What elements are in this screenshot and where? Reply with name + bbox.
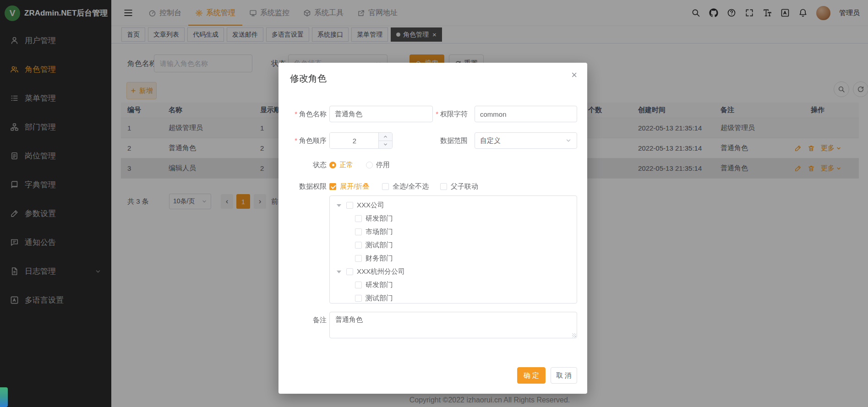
stepper-down-button[interactable] [379, 141, 392, 149]
permission-tree: XXX公司 研发部门 市场部门 测试部门 财务部门 XXX杭州分公司 研发部门 [329, 195, 577, 304]
chevron-down-icon [565, 137, 572, 144]
required-asterisk: * [295, 110, 297, 118]
checkbox-unchecked-icon[interactable] [355, 228, 362, 235]
role-sort-stepper [329, 132, 393, 149]
radio-unchecked-icon [366, 162, 373, 168]
radio-status-normal[interactable]: 正常 [329, 161, 353, 169]
checkbox-unchecked-icon[interactable] [355, 242, 362, 249]
stepper-up-button[interactable] [379, 133, 392, 141]
caret-down-icon[interactable] [337, 204, 341, 207]
role-key-field-label: *权限字符 [416, 106, 468, 122]
role-sort-input[interactable] [330, 133, 379, 148]
checkbox-select-all[interactable]: 全选/全不选 [382, 178, 429, 195]
role-name-field-label: *角色名称 [278, 106, 327, 122]
required-asterisk: * [295, 136, 297, 144]
checkbox-unchecked-icon [440, 183, 447, 190]
data-scope-field-label: 数据范围 [416, 132, 468, 149]
edit-role-dialog: 修改角色 × *角色名称 *权限字符 *角色顺序 数据范围 自定义 状态 正常 … [278, 63, 587, 394]
dev-tools-badge [0, 387, 8, 407]
checkbox-checked-icon [329, 183, 336, 190]
remark-field-label: 备注 [278, 312, 327, 328]
confirm-button[interactable]: 确 定 [517, 367, 546, 384]
tree-node-branch-company[interactable]: XXX杭州分公司 [330, 265, 577, 278]
role-sort-field-label: *角色顺序 [278, 132, 327, 149]
data-scope-select[interactable]: 自定义 [475, 132, 577, 149]
checkbox-unchecked-icon[interactable] [355, 282, 362, 288]
data-perm-field-label: 数据权限 [278, 178, 327, 195]
checkbox-unchecked-icon[interactable] [355, 255, 362, 262]
resize-handle[interactable] [572, 333, 576, 337]
tree-node-dept[interactable]: 市场部门 [330, 225, 577, 239]
role-key-field[interactable] [475, 106, 577, 122]
caret-down-icon[interactable] [337, 271, 341, 273]
radio-checked-icon [329, 162, 336, 168]
status-field-label: 状态 [278, 157, 327, 173]
radio-status-disabled[interactable]: 停用 [366, 161, 390, 169]
tree-node-dept[interactable]: 财务部门 [330, 252, 577, 265]
tree-node-dept[interactable]: 测试部门 [330, 239, 577, 252]
remark-textarea[interactable]: 普通角色 [329, 312, 577, 338]
checkbox-unchecked-icon[interactable] [355, 215, 362, 222]
checkbox-unchecked-icon[interactable] [355, 295, 362, 302]
checkbox-unchecked-icon[interactable] [346, 268, 353, 275]
tree-node-company[interactable]: XXX公司 [330, 199, 577, 212]
cancel-button[interactable]: 取 消 [551, 367, 577, 384]
tree-node-dept[interactable]: 测试部门 [330, 292, 577, 304]
required-asterisk: * [436, 110, 438, 118]
checkbox-parent-child-link[interactable]: 父子联动 [440, 178, 478, 195]
tree-node-dept[interactable]: 研发部门 [330, 278, 577, 292]
checkbox-unchecked-icon[interactable] [346, 202, 353, 209]
status-radio-group: 正常 停用 [329, 157, 390, 173]
checkbox-expand-collapse[interactable]: 展开/折叠 [329, 178, 369, 195]
checkbox-unchecked-icon [382, 183, 389, 190]
tree-node-dept[interactable]: 研发部门 [330, 212, 577, 225]
close-icon[interactable]: × [571, 70, 577, 80]
dialog-title: 修改角色 [290, 72, 327, 85]
